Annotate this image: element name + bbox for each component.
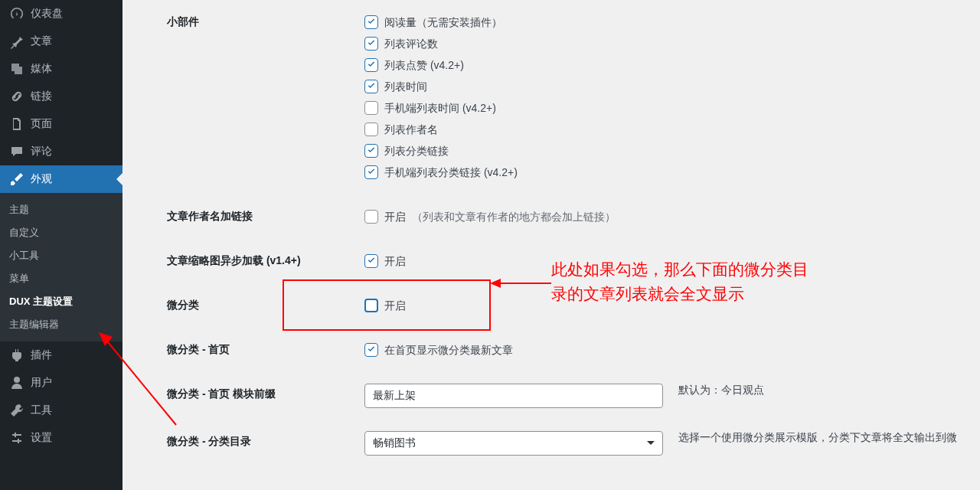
- menu-label: 插件: [31, 348, 52, 362]
- checkbox-author-link[interactable]: [364, 210, 378, 224]
- row-author-link: 文章作者名加链接 开启 （列表和文章有作者的地方都会加上链接）: [138, 194, 965, 239]
- page-icon: [9, 116, 24, 132]
- brush-icon: [9, 172, 24, 187]
- checkbox-widget-7[interactable]: [364, 165, 378, 179]
- checkbox-label: 开启: [384, 297, 406, 314]
- menu-tools[interactable]: 工具: [0, 397, 122, 424]
- checkbox-label: 列表评论数: [384, 35, 438, 52]
- menu-settings[interactable]: 设置: [0, 424, 122, 452]
- checkbox-label: 在首页显示微分类最新文章: [384, 341, 513, 358]
- hint-micro-prefix: 默认为：今日观点: [671, 372, 965, 420]
- hint-micro-cat: 选择一个使用微分类展示模版，分类下文章将全文输出到微: [671, 420, 965, 467]
- tool-icon: [9, 403, 24, 418]
- menu-users[interactable]: 用户: [0, 369, 122, 397]
- menu-comments[interactable]: 评论: [0, 138, 122, 165]
- widget-option: 手机端列表时间 (v4.2+): [364, 97, 663, 119]
- menu-plugins[interactable]: 插件: [0, 341, 122, 369]
- menu-label: 链接: [31, 90, 52, 103]
- submenu-menus[interactable]: 菜单: [0, 267, 122, 290]
- widget-option: 阅读量（无需安装插件）: [364, 11, 663, 33]
- menu-posts[interactable]: 文章: [0, 28, 122, 55]
- menu-links[interactable]: 链接: [0, 83, 122, 110]
- settings-icon: [9, 430, 24, 446]
- link-icon: [9, 89, 24, 104]
- checkbox-widget-0[interactable]: [364, 15, 378, 29]
- annotation-text: 此处如果勾选，那么下面的微分类目 录的文章列表就会全文显示: [551, 257, 808, 305]
- widget-option: 手机端列表分类链接 (v4.2+): [364, 162, 663, 183]
- submenu-dux-settings[interactable]: DUX 主题设置: [0, 290, 122, 313]
- menu-label: 用户: [31, 376, 52, 390]
- label-widgets: 小部件: [138, 0, 357, 194]
- checkbox-widget-6[interactable]: [364, 144, 378, 158]
- menu-appearance[interactable]: 外观: [0, 165, 122, 193]
- checkbox-label: 开启: [384, 208, 406, 225]
- comment-icon: [9, 144, 24, 159]
- label-author-link: 文章作者名加链接: [138, 194, 357, 239]
- widget-option: 列表时间: [364, 76, 663, 97]
- settings-form: 小部件 阅读量（无需安装插件）列表评论数列表点赞 (v4.2+)列表时间手机端列…: [138, 0, 965, 467]
- checkbox-label: 阅读量（无需安装插件）: [384, 14, 502, 31]
- checkbox-label: 手机端列表分类链接 (v4.2+): [384, 164, 518, 181]
- menu-label: 外观: [31, 172, 52, 186]
- admin-sidebar: 仪表盘 文章 媒体 链接 页面 评论 外观 主题 自定义 小工具 菜单 DUX …: [0, 0, 122, 490]
- checkbox-widget-2[interactable]: [364, 58, 378, 72]
- dashboard-icon: [9, 6, 24, 21]
- settings-content: 小部件 阅读量（无需安装插件）列表评论数列表点赞 (v4.2+)列表时间手机端列…: [122, 0, 980, 490]
- checkbox-label: 列表作者名: [384, 121, 438, 138]
- input-micro-prefix[interactable]: [364, 384, 663, 408]
- checkbox-micro-home[interactable]: [364, 343, 378, 357]
- row-micro-home: 微分类 - 首页 在首页显示微分类最新文章: [138, 328, 965, 372]
- submenu-customize[interactable]: 自定义: [0, 221, 122, 244]
- menu-label: 仪表盘: [31, 7, 63, 21]
- widget-option: 列表点赞 (v4.2+): [364, 54, 663, 76]
- checkbox-label: 列表点赞 (v4.2+): [384, 57, 464, 74]
- menu-media[interactable]: 媒体: [0, 55, 122, 83]
- menu-label: 页面: [31, 117, 52, 131]
- menu-label: 媒体: [31, 62, 52, 76]
- row-widgets: 小部件 阅读量（无需安装插件）列表评论数列表点赞 (v4.2+)列表时间手机端列…: [138, 0, 965, 194]
- row-micro-cat: 微分类 - 分类目录 畅销图书 选择一个使用微分类展示模版，分类下文章将全文输出…: [138, 420, 965, 467]
- checkbox-widget-5[interactable]: [364, 122, 378, 136]
- checkbox-widget-1[interactable]: [364, 37, 378, 51]
- menu-label: 评论: [31, 145, 52, 158]
- menu-label: 设置: [31, 431, 52, 445]
- checkbox-thumb-async[interactable]: [364, 254, 378, 268]
- submenu-widgets[interactable]: 小工具: [0, 244, 122, 267]
- checkbox-label: 列表分类链接: [384, 142, 449, 159]
- select-micro-cat[interactable]: 畅销图书: [364, 431, 663, 456]
- plugin-icon: [9, 348, 24, 363]
- label-micro-home: 微分类 - 首页: [138, 328, 357, 372]
- label-micro-cat: 微分类 - 分类目录: [138, 420, 357, 467]
- menu-label: 工具: [31, 403, 52, 417]
- checkbox-label: 开启: [384, 253, 406, 270]
- menu-pages[interactable]: 页面: [0, 110, 122, 138]
- user-icon: [9, 375, 24, 390]
- submenu-theme-editor[interactable]: 主题编辑器: [0, 313, 122, 336]
- label-micro-prefix: 微分类 - 首页 模块前缀: [138, 372, 357, 420]
- checkbox-micro[interactable]: [364, 299, 378, 312]
- widget-option: 列表评论数: [364, 33, 663, 54]
- row-micro-prefix: 微分类 - 首页 模块前缀 默认为：今日观点: [138, 372, 965, 420]
- select-value: 畅销图书: [373, 436, 416, 450]
- widget-option: 列表作者名: [364, 119, 663, 140]
- menu-dashboard[interactable]: 仪表盘: [0, 0, 122, 28]
- checkbox-widget-3[interactable]: [364, 80, 378, 93]
- label-thumb-async: 文章缩略图异步加载 (v1.4+): [138, 239, 357, 283]
- checkbox-label: 列表时间: [384, 78, 427, 95]
- menu-label: 文章: [31, 34, 52, 48]
- hint-author-link: （列表和文章有作者的地方都会加上链接）: [412, 208, 616, 225]
- submenu-themes[interactable]: 主题: [0, 198, 122, 221]
- checkbox-widget-4[interactable]: [364, 101, 378, 115]
- checkbox-label: 手机端列表时间 (v4.2+): [384, 100, 496, 116]
- appearance-submenu: 主题 自定义 小工具 菜单 DUX 主题设置 主题编辑器: [0, 193, 122, 341]
- pin-icon: [9, 34, 24, 49]
- label-micro: 微分类: [138, 283, 357, 328]
- media-icon: [9, 61, 24, 77]
- widget-option: 列表分类链接: [364, 140, 663, 162]
